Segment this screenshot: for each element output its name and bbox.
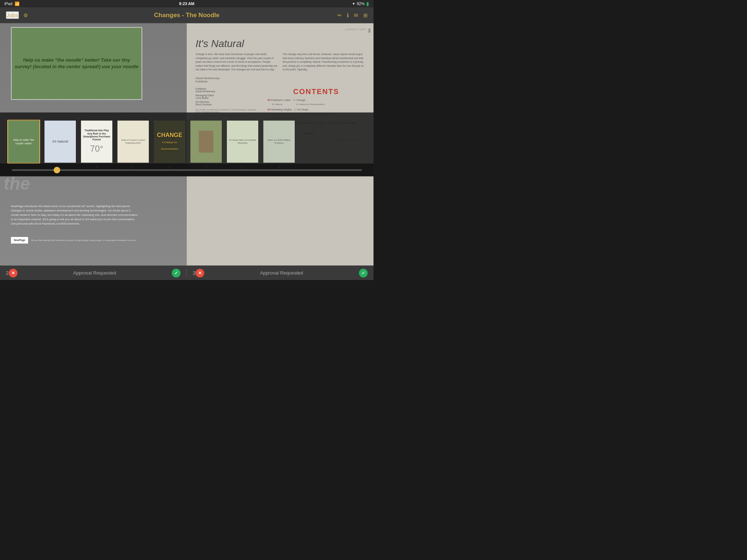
left-approval-text: Approval Requested	[18, 270, 172, 276]
publisher-title: Publisher	[196, 80, 365, 83]
toolbar: Jobs ⚙ Changes - The Noodle ✏ ℹ ✉ ⊞	[0, 7, 374, 23]
toolbar-right: ✏ ℹ ✉ ⊞	[337, 12, 368, 18]
article-title: It's Natural	[196, 38, 365, 50]
thumb-image-2[interactable]: Help us make "the noodle" better!	[7, 120, 40, 163]
right-approve-button[interactable]: ✓	[359, 269, 368, 277]
poster-area: Help us make "the noodle" better! Take o…	[11, 27, 142, 100]
settings-button[interactable]: ⚙	[23, 12, 28, 18]
info-button[interactable]: ℹ	[347, 12, 349, 18]
pencil-button[interactable]: ✏	[337, 12, 342, 18]
scrubber-bar	[0, 164, 374, 176]
article-body: Change is here. We have seen thousands o…	[196, 52, 365, 73]
toolbar-left: Jobs ⚙	[6, 11, 28, 19]
left-approve-button[interactable]: ✓	[172, 269, 181, 277]
thumb-image-7[interactable]	[190, 120, 222, 163]
thumbnail-item-8[interactable]: Go Deep! Web Cross Media Marketing 8	[226, 120, 259, 169]
thumb-content-4: Traditional Ads Play Key Role in the Sma…	[81, 120, 112, 163]
jobs-button[interactable]: Jobs	[6, 11, 19, 19]
left-page-num: 2	[6, 270, 9, 276]
thumbnail-item-4[interactable]: Traditional Ads Play Key Role in the Sma…	[80, 120, 113, 169]
thumb-image-9[interactable]: Wary of a Self-Fulfilling Prophecy	[263, 120, 295, 163]
scrubber-thumb[interactable]	[54, 167, 60, 173]
thumb-image-5[interactable]: State of Custom Content Publishing 2011	[117, 120, 150, 163]
publisher-name: David McNeomary	[196, 77, 365, 80]
bluetooth-icon: ✦	[352, 1, 355, 6]
battery-percent: 92%	[357, 1, 365, 6]
thumb-image-3[interactable]: It's Natural	[44, 120, 77, 163]
poster-text: Help us make "the noodle" better! Take o…	[12, 54, 142, 73]
right-approval-text: Approval Requested	[204, 270, 359, 276]
bottom-left: 2 ✕ Approval Requested ✓	[0, 269, 187, 277]
right-page-num: 3	[193, 270, 196, 276]
status-bar: iPad 📶 8:23 AM ✦ 92% ▮	[0, 0, 374, 7]
thumbnail-item-7[interactable]: 7	[190, 120, 222, 169]
bottom-right: 3 ✕ Approval Requested ✓	[187, 269, 374, 277]
thumbnail-strip: Help us make "the noodle" better! 2 It's…	[0, 113, 374, 176]
status-right: ✦ 92% ▮	[352, 1, 369, 7]
publisher-letter-label: publisher's letter	[345, 28, 366, 31]
publisher-info: David McNeomary Publisher	[196, 77, 365, 83]
contents-title: CONTENTS	[268, 88, 365, 96]
status-time: 8:23 AM	[179, 1, 194, 6]
wifi-icon: 📶	[15, 1, 20, 6]
thumb-image-6[interactable]: CHANGEA Catalyst forDesensitization	[153, 120, 186, 163]
left-reject-button[interactable]: ✕	[9, 269, 18, 277]
document-title: Changes - The Noodle	[154, 12, 219, 19]
thumb-image-4[interactable]: Traditional Ads Play Key Role in the Sma…	[80, 120, 113, 163]
thumbnail-item-9[interactable]: Wary of a Self-Fulfilling Prophecy 9	[263, 120, 295, 169]
thumb-content-3: It's Natural	[44, 120, 76, 163]
thumb-content-5: State of Custom Content Publishing 2011	[117, 120, 149, 163]
thumb-content-9: Wary of a Self-Fulfilling Prophecy	[263, 120, 295, 163]
mail-button[interactable]: ✉	[354, 12, 358, 18]
thumbnail-item-6[interactable]: CHANGEA Catalyst forDesensitization 6	[153, 120, 186, 169]
status-left: iPad 📶	[4, 1, 20, 6]
thumb-content-6: CHANGEA Catalyst forDesensitization	[154, 120, 185, 163]
thumbnail-item-3[interactable]: It's Natural 3	[44, 120, 77, 169]
grid-button[interactable]: ⊞	[363, 12, 368, 18]
change-text: CHANGEA Catalyst forDesensitization	[157, 132, 182, 151]
main-content: Help us make "the noodle" better! Take o…	[0, 23, 374, 265]
thumb-image-8[interactable]: Go Deep! Web Cross Media Marketing	[226, 120, 259, 163]
thumb-content-7	[190, 120, 222, 163]
bottom-left-text: NewPage introduces the latest issue of o…	[11, 204, 139, 244]
thumb-content-2: Help us make "the noodle" better!	[8, 120, 39, 163]
thumbnail-item-5[interactable]: State of Custom Content Publishing 2011 …	[117, 120, 150, 169]
thumbnail-item-2[interactable]: Help us make "the noodle" better! 2	[7, 120, 40, 169]
ipad-label: iPad	[4, 1, 12, 6]
right-reject-button[interactable]: ✕	[196, 269, 204, 277]
bottom-bar: 2 ✕ Approval Requested ✓ 3 ✕ Approval Re…	[0, 265, 374, 280]
scrubber-track[interactable]	[12, 169, 362, 171]
right-page-number: 3	[368, 28, 371, 34]
battery-icon: ▮	[366, 1, 369, 7]
thumb-content-8: Go Deep! Web Cross Media Marketing	[227, 120, 258, 163]
